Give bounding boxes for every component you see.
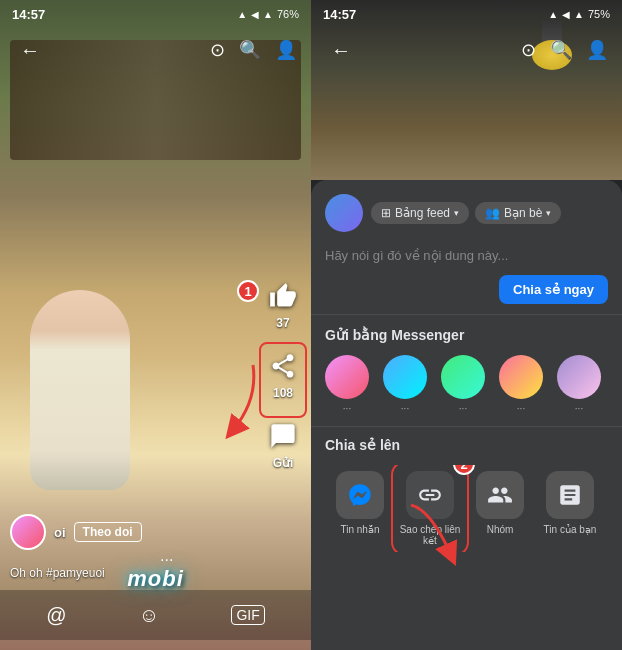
emoji-icon[interactable]: ☺ [139,604,159,627]
right-status-bar: 14:57 ▲ ◀ ▲ 75% [311,0,622,28]
share-icon [265,348,301,384]
contact-avatar-4 [499,355,543,399]
feed-dropdown[interactable]: ⊞ Bảng feed ▾ [371,202,469,224]
group-icon-wrap [476,471,524,519]
back-button[interactable]: ← [14,34,46,66]
right-status-icons: ▲ ◀ ▲ 75% [548,8,610,20]
right-top-actions: ⊙ 🔍 👤 [521,39,608,61]
share-avatar [325,194,363,232]
contact-avatar-3 [441,355,485,399]
share-user-row: ⊞ Bảng feed ▾ 👥 Bạn bè ▾ [325,194,608,232]
top-bar: ← ⊙ 🔍 👤 [0,28,311,72]
contact-name-1: ··· [343,403,351,414]
gif-icon[interactable]: GIF [231,605,264,625]
user-name-follow: oi Theo doi [54,522,142,542]
left-panel: 14:57 ▲ ◀ ▲ 76% ← ⊙ 🔍 👤 1 3 [0,0,311,650]
signal2-icon: ▲ [263,9,273,20]
follow-button[interactable]: Theo doi [74,522,142,542]
group-label: Nhóm [487,524,514,535]
group-icon [487,482,513,508]
back-arrow-icon: ← [20,39,40,62]
mobi-watermark: mobi [127,566,184,592]
share-header: ⊞ Bảng feed ▾ 👥 Bạn bè ▾ Hãy nói gì đó v… [311,180,622,315]
contact-4[interactable]: ··· [499,355,543,414]
status-icons: ▲ ◀ ▲ 76% [237,8,299,20]
top-bar-actions: ⊙ 🔍 👤 [210,39,297,61]
user-avatar [10,514,46,550]
r-signal2-icon: ▲ [574,9,584,20]
share-placeholder[interactable]: Hãy nói gì đó về nội dung này... [325,242,608,269]
profile-icon[interactable]: 👤 [275,39,297,61]
like-button[interactable]: 37 [265,278,301,330]
messenger-share-icon-wrap [336,471,384,519]
video-actions: 37 108 Gửi [265,278,301,470]
r-camera-icon[interactable]: ⊙ [521,39,536,61]
contact-name-5: ··· [575,403,583,414]
contact-2[interactable]: ··· [383,355,427,414]
right-panel: 14:57 ▲ ◀ ▲ 75% ← ⊙ 🔍 👤 [311,0,622,650]
messenger-title: Gửi bằng Messenger [325,327,608,343]
share-sheet: ⊞ Bảng feed ▾ 👥 Bạn bè ▾ Hãy nói gì đó v… [311,180,622,650]
more-button[interactable]: ... [160,547,173,565]
grid-icon: ⊞ [381,206,391,220]
share-button[interactable]: 108 [265,348,301,400]
contact-1[interactable]: ··· [325,355,369,414]
r-wifi-icon: ◀ [562,9,570,20]
r-search-icon[interactable]: 🔍 [550,39,572,61]
friends-chevron-icon: ▾ [546,208,551,218]
user-name: oi [54,525,66,540]
mobi-text: mobi [127,566,184,591]
camera-icon[interactable]: ⊙ [210,39,225,61]
messenger-share-icon [347,482,373,508]
share-to-section: Chia sẻ lên Tin nhắn 2 [311,426,622,552]
right-top-bar: ← ⊙ 🔍 👤 [311,28,622,72]
friends-icon: 👥 [485,206,500,220]
right-status-time: 14:57 [323,7,356,22]
copy-link-highlight [391,465,469,552]
r-profile-icon[interactable]: 👤 [586,39,608,61]
share-now-button[interactable]: Chia sẻ ngay [499,275,608,304]
step-1-badge: 1 [237,280,259,302]
contact-avatar-5 [557,355,601,399]
signal-icon: ▲ [237,9,247,20]
messenger-contacts: ··· ··· ··· ··· ··· [325,355,608,418]
contact-5[interactable]: ··· [557,355,601,414]
r-signal-icon: ▲ [548,9,558,20]
feed-chevron-icon: ▾ [454,208,459,218]
like-count: 37 [276,316,289,330]
contact-name-3: ··· [459,403,467,414]
battery-icon: 76% [277,8,299,20]
right-back-button[interactable]: ← [325,34,357,66]
contact-name-4: ··· [517,403,525,414]
share-to-story[interactable]: Tin của bạn [535,465,605,552]
friends-dropdown[interactable]: 👥 Bạn bè ▾ [475,202,561,224]
share-to-copy-link[interactable]: 2 Sao chép liên kết [395,465,465,552]
contact-3[interactable]: ··· [441,355,485,414]
share-to-grid: Tin nhắn 2 Sao chép liên kết [325,465,608,552]
share-to-group[interactable]: Nhóm [465,465,535,552]
story-icon-wrap [546,471,594,519]
right-video-preview: 14:57 ▲ ◀ ▲ 75% ← ⊙ 🔍 👤 [311,0,622,180]
contact-name-2: ··· [401,403,409,414]
contact-avatar-1 [325,355,369,399]
bottom-toolbar: @ ☺ GIF [0,590,311,640]
status-bar: 14:57 ▲ ◀ ▲ 76% [0,0,311,28]
send-button[interactable]: Gửi [265,418,301,470]
friends-label: Bạn bè [504,206,542,220]
messenger-icon [265,418,301,454]
r-battery-icon: 75% [588,8,610,20]
feed-label: Bảng feed [395,206,450,220]
share-to-title: Chia sẻ lên [325,437,608,453]
send-label: Gửi [273,456,294,470]
contact-avatar-2 [383,355,427,399]
child-figure [30,290,130,490]
right-back-arrow-icon: ← [331,39,351,62]
story-label: Tin của bạn [544,524,597,535]
status-time: 14:57 [12,7,45,22]
messenger-section: Gửi bằng Messenger ··· ··· ··· ··· [311,315,622,426]
at-icon[interactable]: @ [46,604,66,627]
share-to-chat[interactable]: Tin nhắn... [605,465,608,552]
search-icon[interactable]: 🔍 [239,39,261,61]
share-to-messenger[interactable]: Tin nhắn [325,465,395,552]
story-icon [557,482,583,508]
